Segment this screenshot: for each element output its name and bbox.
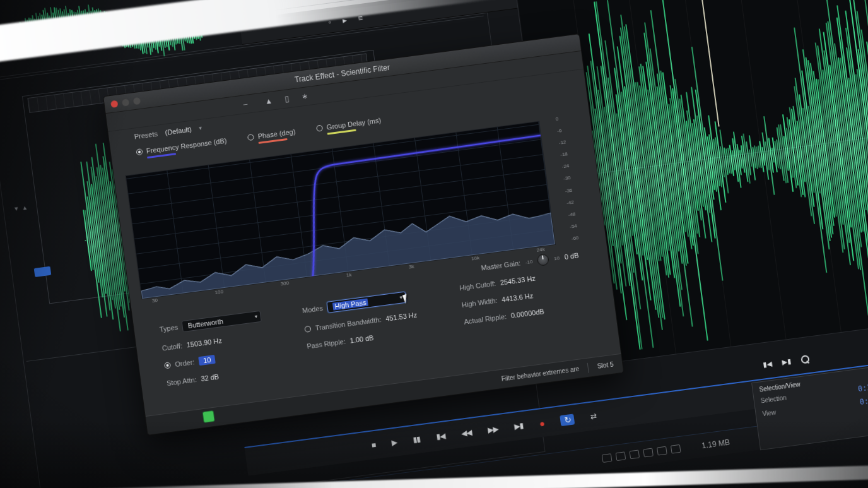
- stop-button[interactable]: ■: [371, 441, 376, 449]
- laptop-screen: ◦ ▸ ≡ ↺ ↻ ▾▴ ■ ▶ ▮▮ ▮◀: [0, 0, 868, 488]
- rewind-button[interactable]: ◀◀: [460, 429, 472, 437]
- footer-divider: [587, 362, 589, 372]
- effect-power-toggle[interactable]: [202, 410, 215, 423]
- master-gain-max: 10: [554, 255, 560, 261]
- zoom-vertical-icon[interactable]: [657, 446, 667, 456]
- presets-label: Presets: [134, 130, 158, 141]
- transition-bandwidth-value[interactable]: 451.53 Hz: [385, 311, 417, 323]
- cutoff-value[interactable]: 1503.90 Hz: [186, 336, 222, 348]
- next-marker-icon[interactable]: ▶▮: [782, 357, 792, 367]
- photo-frame: ◦ ▸ ≡ ↺ ↻ ▾▴ ■ ▶ ▮▮ ▮◀: [0, 0, 868, 488]
- magnifier-icon[interactable]: [801, 355, 810, 364]
- zoom-selection-icon[interactable]: [630, 449, 640, 459]
- preset-value[interactable]: (Default): [165, 126, 192, 136]
- modes-field: Modes High Pass ▾: [302, 290, 415, 316]
- modes-value: High Pass: [332, 299, 368, 311]
- modes-dropdown[interactable]: High Pass ▾: [327, 292, 407, 313]
- collapse-icon[interactable]: –: [243, 100, 248, 109]
- go-to-next-button[interactable]: ▶▮: [514, 422, 524, 431]
- selection-view-panel: Selection/View Selection 0:23.463 View 0…: [751, 364, 868, 451]
- chevron-down-icon: ▾: [199, 125, 202, 132]
- high-cutoff-field: High Cutoff: 2545.33 Hz: [459, 274, 541, 292]
- actual-ripple-field: Actual Ripple: 0.00000dB: [464, 307, 545, 326]
- selection-row-value[interactable]: 0:23.463: [857, 380, 868, 393]
- types-label: Types: [159, 323, 179, 333]
- go-to-previous-button[interactable]: ▮◀: [436, 432, 445, 441]
- chevron-down-icon: ▾: [254, 314, 257, 319]
- zoom-controls: [602, 444, 681, 463]
- stop-attn-value[interactable]: 32 dB: [201, 372, 220, 383]
- radio-icon: [247, 134, 254, 141]
- db-axis-labels: 0-6-12-18-24-30-36-42-48-54-60: [555, 114, 588, 242]
- order-label: Order:: [175, 358, 195, 368]
- pass-ripple-label: Pass Ripple:: [307, 338, 346, 350]
- zoom-in-icon[interactable]: [602, 453, 613, 463]
- order-value[interactable]: 10: [198, 355, 216, 366]
- master-gain-min: -10: [525, 258, 533, 265]
- pass-ripple-value[interactable]: 1.00 dB: [349, 334, 374, 345]
- cutoff-field: Cutoff: 1503.90 Hz: [161, 331, 264, 352]
- tab-phase[interactable]: Phase (deg): [247, 128, 296, 145]
- stop-attn-label: Stop Attn:: [166, 376, 197, 387]
- funnel-icon[interactable]: ▲: [264, 97, 273, 106]
- master-gain-knob[interactable]: [537, 254, 549, 266]
- modes-label: Modes: [302, 304, 323, 314]
- high-width-label: High Width:: [461, 297, 498, 309]
- scientific-filter-dialog: Track Effect - Scientific Filter – ▲ ▯ ∗…: [103, 33, 624, 436]
- stop-attn-field: Stop Attn: 32 dB: [166, 366, 269, 387]
- pause-button[interactable]: ▮▮: [413, 436, 421, 444]
- order-radio[interactable]: [164, 362, 171, 369]
- types-field: Types Butterworth ▾: [159, 311, 262, 335]
- tab-label: Phase (deg): [257, 128, 296, 140]
- loop-button[interactable]: ↻: [560, 414, 575, 426]
- high-width-field: High Width: 4413.6 Hz: [461, 290, 542, 309]
- footer-notice: Filter behavior extremes are: [501, 366, 580, 383]
- file-size: 1.19 MB: [701, 437, 730, 450]
- view-row-label: View: [762, 409, 777, 420]
- high-cutoff-label: High Cutoff:: [459, 280, 496, 292]
- actual-ripple-value[interactable]: 0.00000dB: [510, 307, 544, 319]
- radio-icon: [136, 148, 143, 155]
- fast-forward-button[interactable]: ▶▶: [488, 425, 499, 434]
- skip-selection-button[interactable]: ⇄: [590, 412, 597, 420]
- master-gain-label: Master Gain:: [481, 259, 521, 271]
- panel-icon[interactable]: ▯: [284, 94, 290, 104]
- high-width-value[interactable]: 4413.6 Hz: [501, 292, 534, 303]
- actual-ripple-label: Actual Ripple:: [464, 312, 507, 326]
- tab-group-delay[interactable]: Group Delay (ms): [316, 116, 382, 136]
- types-dropdown[interactable]: Butterworth ▾: [182, 311, 262, 332]
- zoom-full-icon[interactable]: [643, 448, 654, 458]
- high-cutoff-value[interactable]: 2545.33 Hz: [500, 275, 536, 287]
- zoom-out-icon[interactable]: [616, 451, 626, 461]
- play-button[interactable]: ▶: [391, 438, 397, 446]
- transition-bandwidth-label: Transition Bandwidth:: [315, 316, 382, 332]
- selection-row-label: Selection: [760, 394, 787, 406]
- star-icon[interactable]: ∗: [301, 92, 308, 101]
- types-value: Butterworth: [187, 318, 223, 330]
- pass-ripple-field: Pass Ripple: 1.00 dB: [307, 328, 420, 350]
- prev-marker-icon[interactable]: ▮◀: [763, 360, 773, 369]
- selection-panel-icons: ▮◀ ▶▮: [763, 355, 810, 369]
- zoom-horizontal-icon[interactable]: [671, 444, 681, 454]
- master-gain-value[interactable]: 0 dB: [564, 251, 579, 261]
- effect-slot-label: Slot 5: [597, 361, 614, 370]
- record-button[interactable]: ●: [539, 418, 545, 428]
- view-row-value[interactable]: 0:35.383: [859, 393, 868, 407]
- order-field: Order: 10: [164, 348, 267, 370]
- transition-bandwidth-radio[interactable]: [304, 326, 311, 333]
- radio-icon: [316, 124, 323, 131]
- cutoff-label: Cutoff:: [161, 342, 183, 352]
